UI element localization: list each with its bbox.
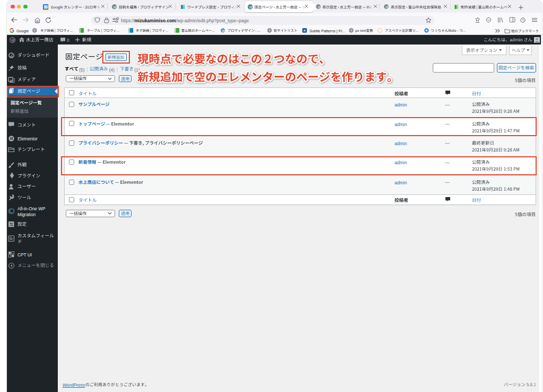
svg-text:27: 27 <box>44 5 47 8</box>
